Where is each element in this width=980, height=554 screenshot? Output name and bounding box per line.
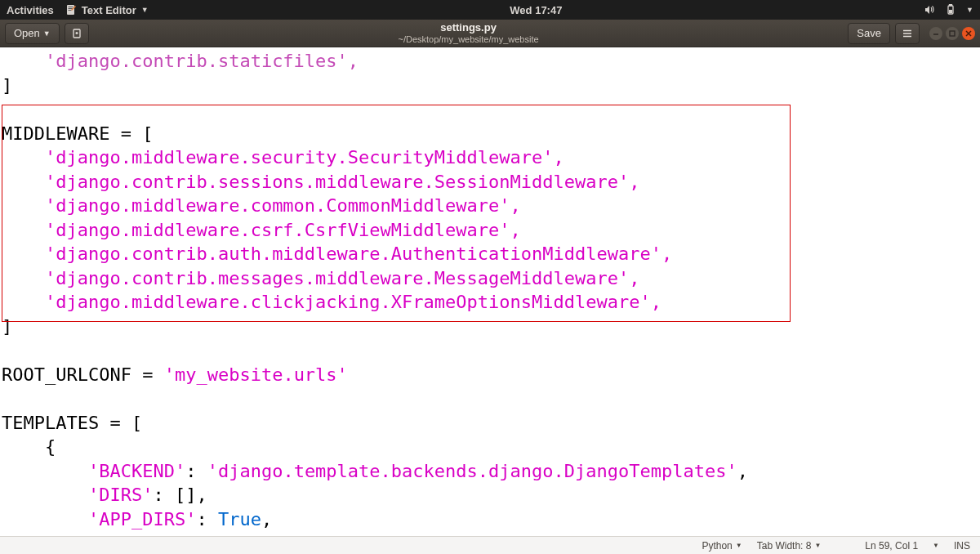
- app-indicator[interactable]: Text Editor ▼: [65, 4, 149, 16]
- statusbar: Python ▼ Tab Width: 8 ▼ Ln 59, Col 1 ▼ I…: [0, 536, 980, 554]
- svg-rect-6: [949, 10, 952, 13]
- minimize-button[interactable]: [929, 27, 942, 40]
- insert-mode[interactable]: INS: [954, 540, 970, 552]
- chevron-down-icon: ▼: [141, 6, 149, 14]
- window-subtitle: ~/Desktop/my_website/my_website: [89, 34, 849, 45]
- language-label: Python: [702, 540, 732, 552]
- system-menu-icon[interactable]: ▼: [966, 6, 973, 14]
- chevron-down-icon: ▼: [736, 542, 742, 549]
- tab-width-selector[interactable]: Tab Width: 8 ▼: [757, 540, 822, 552]
- svg-rect-5: [950, 5, 952, 7]
- chevron-down-icon: ▼: [43, 29, 51, 38]
- save-button[interactable]: Save: [848, 23, 890, 44]
- chevron-down-icon[interactable]: ▼: [933, 542, 939, 549]
- maximize-button[interactable]: [946, 27, 959, 40]
- editor-area[interactable]: 'django.contrib.staticfiles', ] MIDDLEWA…: [0, 47, 980, 536]
- window-title: settings.py: [89, 22, 849, 34]
- svg-rect-3: [68, 10, 71, 11]
- battery-icon[interactable]: [945, 4, 956, 16]
- volume-icon[interactable]: [924, 4, 935, 16]
- hamburger-icon: [902, 28, 913, 39]
- window-titlebar: Open ▼ settings.py ~/Desktop/my_website/…: [0, 20, 980, 47]
- chevron-down-icon: ▼: [814, 542, 821, 549]
- hamburger-menu-button[interactable]: [895, 23, 920, 44]
- activities-button[interactable]: Activities: [7, 4, 54, 16]
- cursor-position: Ln 59, Col 1: [865, 540, 918, 552]
- new-tab-button[interactable]: [65, 23, 89, 44]
- code-content: 'django.contrib.staticfiles', ] MIDDLEWA…: [0, 49, 980, 536]
- open-button-label: Open: [14, 27, 40, 39]
- clock[interactable]: Wed 17:47: [149, 4, 924, 16]
- app-name: Text Editor: [82, 4, 136, 16]
- gnome-top-panel: Activities Text Editor ▼ Wed 17:47 ▼: [0, 0, 980, 20]
- open-button[interactable]: Open ▼: [5, 23, 60, 44]
- tab-width-label: Tab Width: 8: [757, 540, 812, 552]
- language-selector[interactable]: Python ▼: [702, 540, 742, 552]
- svg-rect-8: [950, 31, 955, 36]
- close-button[interactable]: [962, 27, 975, 40]
- new-document-icon: [71, 28, 82, 39]
- svg-rect-1: [68, 7, 73, 7]
- text-editor-icon: [65, 4, 77, 16]
